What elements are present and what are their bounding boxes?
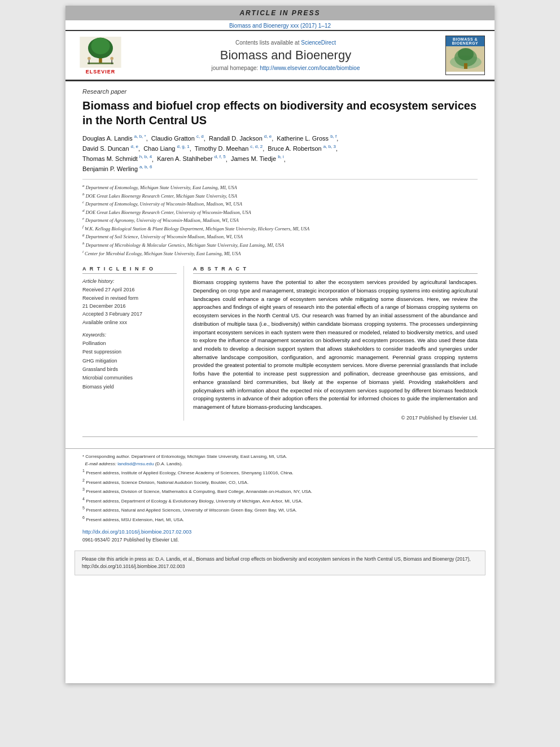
cite-text: Please cite this article in press as: D.… xyxy=(82,556,471,569)
footnote-2: 2 Present address, Science Division, Nat… xyxy=(82,477,478,486)
elsevier-tree-icon xyxy=(78,37,123,68)
article-title: Biomass and biofuel crop effects on biod… xyxy=(82,98,478,128)
footnote-corresponding: * Corresponding author. Department of En… xyxy=(82,453,478,468)
footnote-5: 5 Present address, Natural and Applied S… xyxy=(82,505,478,514)
svg-rect-2 xyxy=(88,62,113,64)
history-label: Article history: xyxy=(82,278,177,284)
page: ARTICLE IN PRESS Biomass and Bioenergy x… xyxy=(65,6,495,683)
affiliations: a Department of Entomology, Michigan Sta… xyxy=(82,179,478,257)
article-info-column: A R T I C L E I N F O Article history: R… xyxy=(82,266,184,421)
affiliation-i: i Center for Microbial Ecology, Michigan… xyxy=(82,249,478,257)
affiliation-a: a Department of Entomology, Michigan Sta… xyxy=(82,183,478,191)
footnote-1: 1 Present address, Institute of Applied … xyxy=(82,468,478,477)
journal-info-center: Contents lists available at ScienceDirec… xyxy=(134,40,437,71)
elsevier-logo-area: ELSEVIER xyxy=(72,37,129,75)
article-in-press-banner: ARTICLE IN PRESS xyxy=(65,6,495,20)
svg-point-4 xyxy=(91,37,110,54)
affiliation-d: d DOE Great Lakes Bioenergy Research Cen… xyxy=(82,208,478,216)
accepted-date: Accepted 3 February 2017 xyxy=(82,310,177,318)
affiliation-b: b DOE Great Lakes Bioenergy Research Cen… xyxy=(82,191,478,200)
journal-citation: Biomass and Bioenergy xxx (2017) 1–12 xyxy=(65,20,495,30)
journal-title: Biomass and Bioenergy xyxy=(134,48,437,63)
affiliation-f: f W.K. Kellogg Biological Station & Plan… xyxy=(82,224,478,233)
authors-line: Douglas A. Landis a, b, *, Claudio Gratt… xyxy=(82,133,478,174)
affiliation-c: c Department of Entomology, University o… xyxy=(82,199,478,208)
author-8: Bruce A. Robertson a, b, 3 xyxy=(268,145,336,152)
available-online: Available online xxx xyxy=(82,318,177,326)
sciencedirect-line: Contents lists available at ScienceDirec… xyxy=(134,40,437,46)
article-info-label: A R T I C L E I N F O xyxy=(82,266,177,274)
abstract-text: Biomass cropping systems have the potent… xyxy=(193,278,478,412)
two-column-section: A R T I C L E I N F O Article history: R… xyxy=(82,266,478,421)
author-2: Claudio Gratton c, d xyxy=(151,135,204,142)
footnote-6: 6 Present address, MSU Extension, Hart, … xyxy=(82,514,478,523)
affiliation-g: g Department of Soil Science, University… xyxy=(82,232,478,241)
sciencedirect-link[interactable]: ScienceDirect xyxy=(301,40,336,46)
keywords-label: Keywords: xyxy=(82,332,177,338)
journal-header: ELSEVIER Contents lists available at Sci… xyxy=(65,30,495,80)
footnotes-section: * Corresponding author. Department of En… xyxy=(65,448,495,523)
elsevier-wordmark: ELSEVIER xyxy=(86,69,116,75)
badge-graphic xyxy=(446,46,484,72)
author-10: Karen A. Stahlheber d, f, 5 xyxy=(157,155,226,162)
author-6: Chao Liang d, g, 1 xyxy=(143,145,190,152)
author-11: James M. Tiedje b, i xyxy=(231,155,284,162)
author-5: David S. Duncan d, e xyxy=(82,145,138,152)
affiliation-e: e Department of Agronomy, University of … xyxy=(82,216,478,224)
homepage-link[interactable]: http://www.elsevier.com/locate/biombioe xyxy=(260,65,360,71)
svg-point-7 xyxy=(110,56,113,60)
received-date: Received 27 April 2016 xyxy=(82,286,177,294)
keyword-2: Pest suppression xyxy=(82,348,177,356)
article-type: Research paper xyxy=(82,88,478,95)
keywords-list: Pollination Pest suppression GHG mitigat… xyxy=(82,339,177,391)
cite-box: Please cite this article in press as: D.… xyxy=(75,551,485,575)
banner-text: ARTICLE IN PRESS xyxy=(239,9,320,17)
email-link[interactable]: landisd@msu.edu xyxy=(117,461,154,466)
author-9: Thomas M. Schmidt h, b, 4 xyxy=(82,155,152,162)
homepage-line: journal homepage: http://www.elsevier.co… xyxy=(134,65,437,71)
author-3: Randall D. Jackson d, e xyxy=(209,135,272,142)
keyword-5: Microbial communities xyxy=(82,374,177,382)
author-1: Douglas A. Landis a, b, * xyxy=(82,135,146,142)
copyright-line: © 2017 Published by Elsevier Ltd. xyxy=(193,415,478,421)
author-12: Benjamin P. Werling a, b, 6 xyxy=(82,165,152,172)
received-revised-date: 21 December 2016 xyxy=(82,302,177,310)
svg-point-12 xyxy=(458,48,474,60)
doi-link[interactable]: http://dx.doi.org/10.1016/j.biombioe.201… xyxy=(82,529,191,535)
issn-line: 0961-9534/© 2017 Published by Elsevier L… xyxy=(82,537,478,543)
keyword-3: GHG mitigation xyxy=(82,357,177,365)
journal-badge: BIOMASS & BIOENERGY xyxy=(445,36,485,75)
author-4: Katherine L. Gross b, f xyxy=(277,135,336,142)
main-content: Research paper Biomass and biofuel crop … xyxy=(65,81,495,430)
keyword-1: Pollination xyxy=(82,339,177,348)
doi-line: http://dx.doi.org/10.1016/j.biombioe.201… xyxy=(82,529,478,535)
abstract-column: A B S T R A C T Biomass cropping systems… xyxy=(193,266,478,421)
footnote-4: 4 Present address, Department of Ecology… xyxy=(82,496,478,505)
article-history-group: Article history: Received 27 April 2016 … xyxy=(82,278,177,326)
svg-point-5 xyxy=(88,56,91,60)
abstract-label: A B S T R A C T xyxy=(193,266,478,274)
author-7: Timothy D. Meehan c, d, 2 xyxy=(195,145,262,152)
keyword-6: Biomass yield xyxy=(82,383,177,391)
keyword-4: Grassland birds xyxy=(82,365,177,374)
affiliation-h: h Department of Microbiology & Molecular… xyxy=(82,241,478,249)
journal-badge-area: BIOMASS & BIOENERGY xyxy=(443,36,488,75)
received-revised-label: Received in revised form xyxy=(82,294,177,302)
badge-title: BIOMASS & BIOENERGY xyxy=(446,36,484,46)
footnote-3: 3 Present address, Division of Science, … xyxy=(82,486,478,495)
keywords-group: Keywords: Pollination Pest suppression G… xyxy=(82,332,177,391)
svg-rect-13 xyxy=(464,63,467,69)
